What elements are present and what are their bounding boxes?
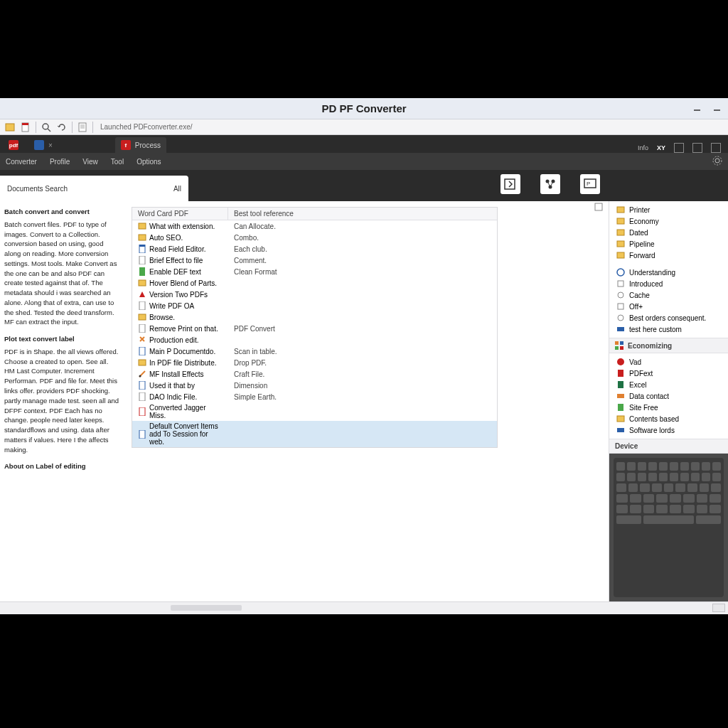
panel-toggle-1[interactable]	[674, 143, 684, 153]
app-icon[interactable]	[4, 122, 16, 133]
menu-options[interactable]: Options	[136, 158, 161, 166]
svg-rect-49	[617, 327, 624, 331]
item-label: Understanding	[629, 269, 675, 277]
close-icon[interactable]: ×	[48, 141, 53, 149]
file-icon	[138, 233, 146, 242]
sidebar-item[interactable]: Best orders consequent.	[614, 312, 724, 323]
panel-toggle-2[interactable]	[692, 143, 702, 153]
sidebar-item[interactable]: Off+	[614, 301, 724, 312]
sidebar-item[interactable]: Data contact	[614, 390, 724, 402]
list-item[interactable]: Version Two PDFs	[132, 289, 497, 300]
sidebar-item[interactable]: Economy	[614, 215, 724, 227]
info-label[interactable]: Info	[638, 144, 648, 151]
search-tab[interactable]: Documents Search All	[0, 176, 188, 201]
list-item[interactable]: Brief Effect to fileComment.	[132, 255, 497, 266]
menu-tool[interactable]: Tool	[111, 158, 124, 166]
file-name: Hover Blend of Parts.	[149, 279, 217, 287]
description-text-1: Batch convert files. PDF to type of imag…	[4, 220, 120, 327]
file-desc	[228, 294, 497, 295]
sidebar-item[interactable]: Excel	[614, 379, 724, 390]
item-icon	[616, 205, 625, 214]
column-name[interactable]: Word Card PDF	[132, 208, 228, 220]
tabbar-right: Info XY	[638, 143, 725, 153]
list-item[interactable]: Hover Blend of Parts.	[132, 277, 497, 289]
list-item[interactable]: Default Convert Items add To Session for…	[132, 421, 497, 447]
sidebar-item[interactable]: Dated	[614, 227, 724, 238]
list-item[interactable]: Production edit.	[132, 334, 497, 346]
file-desc: Combo.	[228, 233, 497, 242]
list-item[interactable]: Auto SEO.Combo.	[132, 232, 497, 243]
sidebar-item[interactable]: Introduced	[614, 278, 724, 289]
sidebar-item[interactable]: Pipeline	[614, 238, 724, 250]
list-item[interactable]: Read Field Editor.Each club.	[132, 243, 497, 255]
share-icon[interactable]	[540, 174, 560, 194]
sidebar-item[interactable]: test here custom	[614, 323, 724, 335]
menu-view[interactable]: View	[82, 158, 98, 166]
status-bar	[0, 601, 728, 614]
item-icon	[616, 414, 625, 423]
page-icon[interactable]	[77, 122, 88, 133]
sidebar-item[interactable]: Vad	[614, 356, 724, 368]
file-name: Default Convert Items add To Session for…	[149, 422, 223, 446]
list-item[interactable]: Converted Jagger Miss.	[132, 402, 497, 421]
sidebar-item[interactable]: Contents based	[614, 413, 724, 424]
tab-1[interactable]: pdf	[3, 137, 28, 153]
file-desc	[228, 339, 497, 341]
column-desc[interactable]: Best tool reference	[228, 208, 497, 220]
list-item[interactable]: Write PDF OA	[132, 300, 497, 311]
sidebar-item[interactable]: Printer	[614, 204, 724, 215]
maximize-button[interactable]	[712, 104, 722, 114]
svg-point-46	[618, 292, 623, 298]
file-name: DAO Indic File.	[149, 393, 197, 401]
document-icon[interactable]	[20, 122, 31, 133]
horizontal-scrollbar[interactable]	[171, 605, 242, 611]
group-header-label: Economizing	[628, 342, 672, 350]
list-item[interactable]: Main P Documentdo.Scan in table.	[132, 346, 497, 357]
sidebar-item[interactable]: Forward	[614, 250, 724, 261]
resize-grip[interactable]	[712, 604, 725, 612]
separator	[92, 122, 93, 133]
sidebar-item[interactable]: Software lords	[614, 424, 724, 436]
list-item[interactable]: What with extension.Can Allocate.	[132, 220, 497, 232]
item-icon	[616, 228, 625, 237]
toolbar: Launched PDFconverter.exe/	[0, 119, 728, 135]
export-icon[interactable]	[500, 174, 520, 194]
panel-toggle-3[interactable]	[711, 143, 721, 153]
sidebar-item[interactable]: Site Free	[614, 402, 724, 413]
item-label: Cache	[629, 291, 650, 299]
list-item[interactable]: Remove Print on that.PDF Convert	[132, 323, 497, 334]
menu-converter[interactable]: Converter	[6, 158, 37, 166]
refresh-icon[interactable]	[56, 122, 68, 133]
file-name: MF Install Effects	[149, 370, 204, 378]
tab-3[interactable]: f Process	[115, 137, 166, 153]
svg-rect-27	[139, 267, 145, 276]
file-list-panel: Word Card PDF Best tool reference What w…	[124, 201, 609, 601]
item-label: Contents based	[629, 415, 679, 423]
list-item[interactable]: DAO Indic File.Simple Earth.	[132, 391, 497, 402]
file-desc	[228, 411, 497, 412]
svg-rect-58	[618, 404, 623, 411]
pin-icon[interactable]	[594, 203, 603, 211]
sidebar-item[interactable]: PDFext	[614, 368, 724, 379]
search-icon[interactable]	[41, 122, 52, 133]
group-folders: PrinterEconomyDatedPipelineForward	[609, 201, 728, 264]
list-item[interactable]: Browse.	[132, 311, 497, 323]
file-icon	[138, 336, 146, 344]
item-icon	[616, 314, 625, 322]
list-item[interactable]: Used it that byDimension	[132, 380, 497, 391]
svg-rect-37	[139, 407, 145, 416]
item-label: test here custom	[629, 326, 682, 333]
list-item[interactable]: Enable DEF textClean Format	[132, 266, 497, 277]
presentation-icon[interactable]: P	[580, 174, 600, 194]
list-item[interactable]: In PDF file Distribute.Drop PDF.	[132, 357, 497, 368]
sidebar-item[interactable]: Understanding	[614, 267, 724, 278]
menu-profile[interactable]: Profile	[50, 158, 70, 166]
address-bar[interactable]: Launched PDFconverter.exe/	[97, 122, 724, 133]
sidebar-item[interactable]: Cache	[614, 289, 724, 301]
file-icon	[138, 256, 146, 264]
list-item[interactable]: MF Install EffectsCraft File.	[132, 368, 497, 380]
tab-2[interactable]: ×	[28, 137, 58, 153]
minimize-button[interactable]	[692, 104, 702, 114]
list-header: Word Card PDF Best tool reference	[132, 208, 497, 220]
gear-icon[interactable]	[712, 156, 722, 166]
